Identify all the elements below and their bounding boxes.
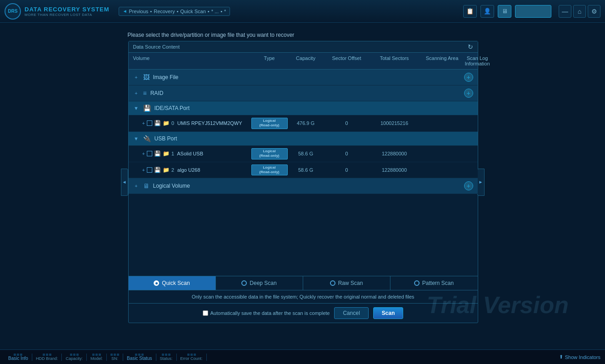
device-name-asolid: + 💾 📁 1 ASolid USB bbox=[133, 150, 251, 157]
group-logical-label: Logical Volume bbox=[153, 183, 460, 189]
breadcrumb-sep2: • bbox=[177, 9, 179, 14]
home-button[interactable]: ⌂ bbox=[573, 5, 586, 18]
add-logical-button[interactable]: + bbox=[464, 181, 473, 190]
group-usb-label: USB Port bbox=[155, 135, 473, 142]
search-input[interactable] bbox=[515, 5, 551, 18]
usb-icon: 🔌 bbox=[143, 135, 151, 142]
radio-pattern-scan bbox=[414, 280, 420, 286]
add-image-file-button[interactable]: + bbox=[464, 73, 473, 82]
breadcrumb-item-previous[interactable]: Previous bbox=[129, 9, 149, 14]
scroll-right-handle[interactable]: ► bbox=[477, 169, 485, 196]
algo-sector-offset: 0 bbox=[324, 167, 370, 173]
group-logical-volume[interactable]: + 🖥 Logical Volume + bbox=[129, 178, 478, 194]
status-dots-2 bbox=[43, 354, 51, 356]
app-header: DRS DATA RECOVERY SYSTEM MORE THAN RECOV… bbox=[0, 0, 605, 23]
user-button[interactable]: 👤 bbox=[480, 5, 494, 18]
refresh-icon[interactable]: ↻ bbox=[468, 43, 473, 50]
scan-button[interactable]: Scan bbox=[373, 307, 404, 319]
logo-text: DATA RECOVERY SYSTEM MORE THAN RECOVER L… bbox=[25, 6, 110, 17]
empty-space bbox=[129, 194, 478, 276]
tab-quick-scan[interactable]: Quick Scan bbox=[129, 276, 216, 290]
settings-button[interactable]: ⚙ bbox=[588, 5, 600, 18]
status-block-status: Status: bbox=[156, 354, 177, 361]
model-label: Model: bbox=[90, 356, 103, 361]
device-row-algo[interactable]: + 💾 📁 2 algo U268 Logical(Read-only) 58.… bbox=[129, 162, 478, 179]
breadcrumb-item-recovery[interactable]: Recovery bbox=[154, 9, 175, 14]
expand-raid-icon[interactable]: + bbox=[133, 90, 140, 96]
group-raid-label: RAID bbox=[150, 90, 460, 96]
group-raid[interactable]: + ≡ RAID + bbox=[129, 85, 478, 101]
breadcrumb-item-star: * bbox=[224, 9, 226, 14]
status-dots-7 bbox=[162, 354, 170, 356]
tab-pattern-scan[interactable]: Pattern Scan bbox=[390, 276, 478, 290]
status-label: Status: bbox=[160, 356, 173, 361]
auto-save-text: Automatically save the data after the sc… bbox=[210, 310, 330, 316]
expand-logical-icon[interactable]: + bbox=[133, 183, 140, 189]
breadcrumb-item-quickscan[interactable]: Quick Scan bbox=[180, 9, 206, 14]
panel-title: Data Source Content bbox=[133, 44, 180, 50]
tab-raw-scan-label: Raw Scan bbox=[338, 280, 363, 286]
breadcrumb-back-icon[interactable]: ◄ bbox=[123, 9, 127, 14]
umis-type: Logical(Read-only) bbox=[251, 118, 288, 129]
algo-checkbox[interactable] bbox=[147, 167, 152, 173]
app-title: DATA RECOVERY SYSTEM bbox=[25, 6, 110, 13]
breadcrumb[interactable]: ◄ Previous • Recovery • Quick Scan • * .… bbox=[119, 7, 230, 16]
asolid-sector-offset: 0 bbox=[324, 151, 370, 156]
group-image-file[interactable]: + 🖼 Image File + bbox=[129, 70, 478, 85]
col-scanning-area: Scanning Area bbox=[420, 55, 465, 66]
add-raid-button[interactable]: + bbox=[464, 89, 473, 98]
outer-panel: ◄ ► Data Source Content ↻ Volume Type Ca… bbox=[121, 41, 485, 323]
status-dots-3 bbox=[70, 354, 79, 356]
breadcrumb-sep4: • bbox=[220, 9, 222, 14]
status-block-basic-info: Basic Info bbox=[5, 354, 32, 361]
umis-total-sectors: 1000215216 bbox=[370, 120, 420, 126]
expand-usb-icon[interactable]: ▼ bbox=[133, 135, 140, 142]
table-body: + 🖼 Image File + + ≡ RAID + ▼ 💾 IDE/SATA… bbox=[129, 70, 478, 276]
scroll-left-handle[interactable]: ◄ bbox=[121, 169, 128, 196]
sn-label: SN: bbox=[111, 356, 118, 361]
device-row-umis[interactable]: + 💾 📁 0 UMIS RPEYJ512VMM2QWY Logical(Rea… bbox=[129, 115, 478, 132]
asolid-name: ASolid USB bbox=[176, 151, 203, 156]
col-type: Type bbox=[251, 55, 288, 66]
auto-save-checkbox[interactable] bbox=[203, 310, 208, 316]
asolid-capacity: 58.6 G bbox=[288, 151, 324, 156]
auto-save-label[interactable]: Automatically save the data after the sc… bbox=[203, 310, 330, 316]
status-block-hdd-brand: HDD Brand: bbox=[32, 354, 62, 361]
expand-asolid-icon[interactable]: + bbox=[142, 151, 145, 156]
umis-hdd-icon: 📁 bbox=[163, 120, 170, 126]
algo-badge: Logical(Read-only) bbox=[251, 165, 288, 176]
col-capacity: Capacity bbox=[288, 55, 324, 66]
expand-image-file-icon[interactable]: + bbox=[133, 74, 140, 80]
breadcrumb-item-dots: * ... bbox=[211, 9, 219, 14]
tab-pattern-scan-label: Pattern Scan bbox=[422, 280, 454, 286]
image-file-icon: 🖼 bbox=[143, 74, 150, 81]
col-total-sectors: Total Sectors bbox=[370, 55, 420, 66]
raid-icon: ≡ bbox=[143, 90, 147, 97]
basic-status-label: Basic Status bbox=[127, 356, 152, 361]
tab-deep-scan[interactable]: Deep Scan bbox=[216, 276, 303, 290]
asolid-badge: Logical(Read-only) bbox=[251, 148, 288, 160]
show-indicators-icon: ⬆ bbox=[559, 354, 563, 360]
algo-drive-icon: 💾 bbox=[154, 167, 161, 173]
show-indicators-button[interactable]: ⬆ Show Indicators bbox=[559, 354, 600, 360]
algo-name: algo U268 bbox=[176, 167, 200, 173]
asolid-total-sectors: 122880000 bbox=[370, 151, 420, 156]
logo-icon: DRS bbox=[5, 3, 21, 20]
expand-algo-icon[interactable]: + bbox=[142, 167, 145, 173]
tab-raw-scan[interactable]: Raw Scan bbox=[303, 276, 390, 290]
asolid-checkbox[interactable] bbox=[147, 151, 152, 156]
expand-ide-sata-icon[interactable]: ▼ bbox=[133, 105, 140, 111]
monitor-button[interactable]: 🖥 bbox=[498, 5, 511, 18]
minimize-button[interactable]: — bbox=[559, 5, 571, 18]
col-scan-log: Scan Log Information bbox=[465, 55, 490, 66]
cancel-button[interactable]: Cancel bbox=[334, 307, 368, 319]
device-row-asolid[interactable]: + 💾 📁 1 ASolid USB Logical(Read-only) 58… bbox=[129, 146, 478, 162]
radio-deep-scan bbox=[241, 280, 247, 286]
group-ide-sata[interactable]: ▼ 💾 IDE/SATA Port bbox=[129, 101, 478, 115]
group-usb-port[interactable]: ▼ 🔌 USB Port bbox=[129, 132, 478, 146]
clipboard-button[interactable]: 📋 bbox=[463, 5, 477, 18]
breadcrumb-sep3: • bbox=[208, 9, 210, 14]
expand-umis-icon[interactable]: + bbox=[142, 120, 145, 126]
data-source-panel: Data Source Content ↻ Volume Type Capaci… bbox=[128, 41, 478, 323]
umis-checkbox[interactable] bbox=[147, 120, 152, 126]
